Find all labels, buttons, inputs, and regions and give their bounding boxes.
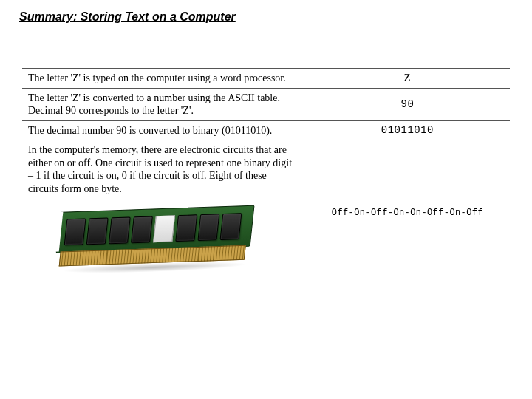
step-value: Off-On-Off-On-On-Off-On-Off	[305, 140, 510, 284]
table-row: In the computer's memory, there are elec…	[22, 140, 510, 284]
step-description: In the computer's memory, there are elec…	[22, 140, 305, 284]
page-title: Summary: Storing Text on a Computer	[19, 10, 514, 24]
step-description: The letter 'Z' is typed on the computer …	[22, 69, 305, 89]
step-description: The letter 'Z' is converted to a number …	[22, 88, 305, 120]
step-value: 01011010	[305, 120, 510, 140]
step-value: Z	[305, 69, 510, 89]
table-row: The letter 'Z' is typed on the computer …	[22, 69, 510, 89]
step-description: The decimal number 90 is converted to bi…	[22, 120, 305, 140]
table-row: The letter 'Z' is converted to a number …	[22, 88, 510, 120]
table-row: The decimal number 90 is converted to bi…	[22, 120, 510, 140]
summary-table: The letter 'Z' is typed on the computer …	[22, 68, 510, 284]
step-text: In the computer's memory, there are elec…	[28, 143, 299, 195]
memory-module-image	[53, 196, 262, 276]
step-value: 90	[305, 88, 510, 120]
